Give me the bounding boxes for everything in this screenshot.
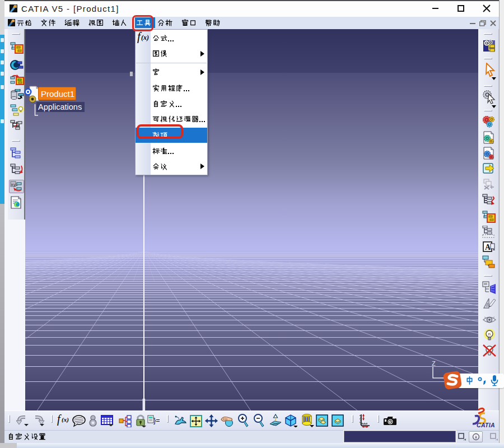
svg-text:Z: Z [432,360,436,367]
svg-text:}=: }= [153,416,160,424]
svg-text:A: A [485,243,491,251]
svg-text:CATIA: CATIA [477,422,495,428]
svg-text:n: n [488,332,491,337]
